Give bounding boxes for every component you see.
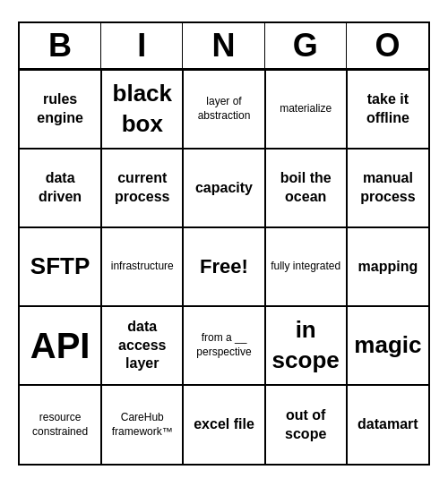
bingo-header: BINGO bbox=[20, 23, 428, 70]
bingo-cell: API bbox=[20, 306, 101, 385]
bingo-cell: data driven bbox=[20, 149, 101, 227]
bingo-grid: rules engineblack boxlayer of abstractio… bbox=[20, 70, 428, 464]
header-letter: O bbox=[347, 23, 428, 68]
header-letter: N bbox=[183, 23, 264, 68]
bingo-cell: black box bbox=[101, 70, 183, 149]
bingo-cell: infrastructure bbox=[101, 227, 183, 306]
bingo-cell: data access layer bbox=[101, 306, 183, 385]
bingo-cell: mapping bbox=[347, 227, 428, 306]
bingo-cell: current process bbox=[101, 149, 183, 227]
header-letter: B bbox=[20, 23, 101, 68]
bingo-cell: capacity bbox=[183, 149, 264, 227]
bingo-cell: boil the ocean bbox=[265, 149, 347, 227]
header-letter: I bbox=[101, 23, 183, 68]
bingo-cell: resource constrained bbox=[20, 385, 101, 464]
bingo-cell: CareHub framework™ bbox=[101, 385, 183, 464]
bingo-cell: take it offline bbox=[347, 70, 428, 149]
bingo-cell: magic bbox=[347, 306, 428, 385]
bingo-cell: fully integrated bbox=[265, 227, 347, 306]
bingo-cell: out of scope bbox=[265, 385, 347, 464]
bingo-cell: materialize bbox=[265, 70, 347, 149]
bingo-cell: datamart bbox=[347, 385, 428, 464]
bingo-cell: Free! bbox=[183, 227, 264, 306]
bingo-cell: rules engine bbox=[20, 70, 101, 149]
bingo-cell: in scope bbox=[265, 306, 347, 385]
bingo-cell: SFTP bbox=[20, 227, 101, 306]
bingo-card: BINGO rules engineblack boxlayer of abst… bbox=[18, 21, 430, 466]
bingo-cell: layer of abstraction bbox=[183, 70, 264, 149]
bingo-cell: excel file bbox=[183, 385, 264, 464]
header-letter: G bbox=[265, 23, 347, 68]
bingo-cell: manual process bbox=[347, 149, 428, 227]
bingo-cell: from a __ perspective bbox=[183, 306, 264, 385]
